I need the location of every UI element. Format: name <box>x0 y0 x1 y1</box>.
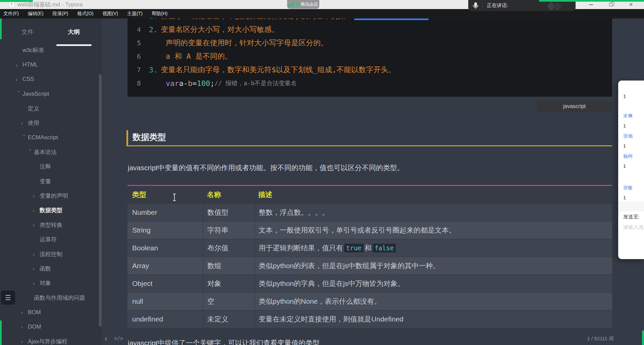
outline-item-label: 注释 <box>40 163 51 170</box>
code-line[interactable]: 73.变量名只能由字母，数字和美元符$以及下划线_组成,不能以数字开头。 <box>132 63 612 77</box>
outline-item-数据类型[interactable]: ›数据类型 <box>0 203 99 217</box>
code-line[interactable]: 8var a-b = 100; // 报错，a-b不是合法变量名 <box>132 77 612 90</box>
body-paragraph: javascript中变量的值有不同的作用或者功能。按不同的功能，值也可以区分不… <box>128 163 404 172</box>
chevron-right-icon[interactable]: › <box>16 62 22 68</box>
screen: 31.保留字：编程语言中，预先保留用作关键字的词语，例如：42.变量名区分大小写… <box>0 0 644 345</box>
back-chevron-icon[interactable]: ‹ <box>105 335 107 342</box>
table-row[interactable]: String字符串文本，一般使用双引号，单引号或者反引号圈起来的都是文本。 <box>127 221 612 239</box>
code-token: 变量名区分大小写，对大小写敏感。 <box>161 24 279 35</box>
code-block[interactable]: 31.保留字：编程语言中，预先保留用作关键字的词语，例如：42.变量名区分大小写… <box>127 9 612 97</box>
chevron-right-icon[interactable]: › <box>33 222 40 228</box>
description-text: 变量在未定义时直接使用，则值就是Undefined <box>259 314 404 324</box>
outline-item-函数[interactable]: ›函数 <box>0 261 99 276</box>
outline-item-label: 运算符 <box>40 236 57 243</box>
chevron-down-icon[interactable]: › <box>22 135 28 141</box>
outline-item-label: w3c标准 <box>22 46 44 54</box>
heading-accent-bar <box>126 130 128 146</box>
outline-item-变量[interactable]: 变量 <box>0 174 99 189</box>
chevron-right-icon[interactable]: › <box>33 280 40 286</box>
chevron-right-icon[interactable]: › <box>33 207 40 213</box>
chevron-right-icon[interactable]: › <box>16 77 22 82</box>
outline-item-label: 类型转换 <box>40 221 62 229</box>
outline-item-定义[interactable]: 定义 <box>0 101 99 116</box>
cell-description: 文本，一般使用双引号，单引号或者反引号圈起来的都是文本。 <box>255 221 612 239</box>
table-row[interactable]: Object对象类似python的字典，但是在js中万物皆为对象。 <box>127 275 612 292</box>
code-line[interactable]: 42.变量名区分大小写，对大小写敏感。 <box>132 23 612 36</box>
menu-item[interactable]: 文件(F) <box>3 11 19 17</box>
chat-sender-name[interactable]: 张驰 <box>618 131 644 141</box>
outline-item-label: 流程控制 <box>40 250 62 258</box>
outline-item-label: JavaScript <box>22 91 49 97</box>
tab-files[interactable]: 文件 <box>21 28 34 36</box>
outline-item-流程控制[interactable]: ›流程控制 <box>0 247 99 261</box>
meeting-pill[interactable]: 腾讯会议 <box>287 0 319 9</box>
outline-item-ECMAscript[interactable]: ›ECMAscript <box>0 130 99 145</box>
outline-item-对象[interactable]: ›对象 <box>0 276 99 290</box>
chevron-down-icon[interactable]: › <box>16 91 22 98</box>
table-header-cell: 名称 <box>203 186 255 203</box>
chat-sender-name[interactable]: 张敏 <box>618 183 644 193</box>
chat-sender-name[interactable]: 杨柯 <box>618 151 644 161</box>
outline-item-运算符[interactable]: 运算符 <box>0 232 99 247</box>
chat-input-placeholder[interactable]: 请输入消息 <box>623 224 644 231</box>
source-code-icon[interactable]: </> <box>114 336 123 342</box>
outline-item-注释[interactable]: 注释 <box>0 159 99 174</box>
cell-name: 数值型 <box>203 204 255 221</box>
chevron-right-icon[interactable]: › <box>21 309 28 315</box>
outline-item-BOM[interactable]: ›BOM <box>0 305 99 319</box>
outline-item-JavaScript[interactable]: ›JavaScript <box>0 87 99 101</box>
chat-sender-name[interactable]: 宋爽 <box>618 111 644 121</box>
meeting-pill-label: 腾讯会议 <box>301 1 318 7</box>
outline-item-CSS[interactable]: ›CSS <box>0 72 99 87</box>
code-line[interactable]: 6a 和 A 是不同的。 <box>132 50 612 63</box>
tab-outline[interactable]: 大纲 <box>68 28 80 36</box>
chevron-down-icon[interactable]: › <box>28 149 34 156</box>
menu-item[interactable]: 视图(V) <box>102 11 118 17</box>
outline-item-类型转换[interactable]: ›类型转换 <box>0 218 99 232</box>
outline-item-label: ECMAscript <box>28 134 58 141</box>
chevron-right-icon[interactable]: › <box>33 251 40 257</box>
table-row[interactable]: undefined未定义变量在未定义时直接使用，则值就是Undefined <box>127 310 612 328</box>
outline-item-label: BOM <box>28 309 41 316</box>
code-token: = <box>193 79 197 88</box>
outline-item-w3c标准[interactable]: w3c标准 <box>0 43 99 57</box>
menu-item[interactable]: 编辑(E) <box>28 11 44 17</box>
chevron-right-icon[interactable]: › <box>21 120 28 126</box>
menu-item[interactable]: 主题(T) <box>127 11 143 17</box>
cell-name: 空 <box>203 293 255 310</box>
table-header-cell: 类型 <box>127 190 203 199</box>
description-text: 和 <box>365 243 372 253</box>
code-line-content: 声明的变量在使用时，针对大小写字母是区分的。 <box>166 38 328 48</box>
table-row[interactable]: Boolean布尔值用于逻辑判断结果，值只有 true 和 false <box>127 239 612 257</box>
outline-item-使用[interactable]: ›使用 <box>0 116 99 130</box>
data-types-table[interactable]: 类型名称描述Number数值型整数，浮点数。。。。String字符串文本，一般使… <box>127 185 612 328</box>
menu-item[interactable]: 帮助(H) <box>152 11 167 17</box>
table-row[interactable]: null空类似python的None，表示什么都没有。 <box>127 292 612 310</box>
table-row[interactable]: Number数值型整数，浮点数。。。。 <box>127 203 612 221</box>
menu-item[interactable]: 段落(P) <box>53 11 68 17</box>
outline-item-基本语法[interactable]: ›基本语法 <box>0 145 99 159</box>
share-border-top-right <box>539 0 644 2</box>
chevron-right-icon[interactable]: › <box>21 324 28 330</box>
sidebar-scrollbar[interactable] <box>99 74 102 327</box>
code-language-chip[interactable]: javascript <box>537 101 612 112</box>
outline-item-DOM[interactable]: ›DOM <box>0 319 99 334</box>
outline-toggle-button[interactable]: ☰ <box>1 291 15 305</box>
menu-item[interactable]: 格式(O) <box>77 11 93 17</box>
outline-item-label: CSS <box>22 76 34 83</box>
inline-code: false <box>373 244 396 252</box>
chat-message-list: 1宋爽1张驰1杨柯1张敏1 <box>618 91 644 203</box>
outline-item-Ajax与异步编程[interactable]: ›Ajax与异步编程 <box>0 334 99 345</box>
code-line[interactable]: 5声明的变量在使用时，针对大小写字母是区分的。 <box>132 36 612 50</box>
code-token: a <box>179 79 183 88</box>
table-header-cell: 描述 <box>255 186 612 203</box>
outline-item-HTML[interactable]: ›HTML <box>0 57 99 72</box>
share-border-top-left <box>0 0 33 2</box>
chat-message: 1 <box>618 121 644 131</box>
chevron-right-icon[interactable]: › <box>33 193 40 199</box>
table-row[interactable]: Array数组类似python的列表，但是在js中数组属于对象的其中一种。 <box>127 257 612 275</box>
chevron-right-icon[interactable]: › <box>33 266 40 272</box>
cell-name: 字符串 <box>203 221 255 239</box>
chevron-right-icon[interactable]: › <box>21 339 28 344</box>
outline-item-变量的声明[interactable]: ›变量的声明 <box>0 189 99 203</box>
